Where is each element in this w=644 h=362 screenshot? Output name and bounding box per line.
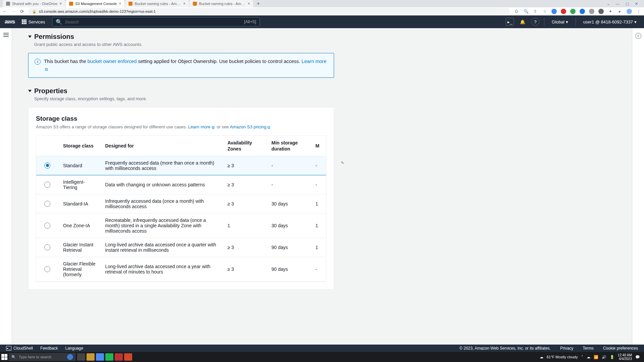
url-text: s3.console.aws.amazon.com/s3/upload/kk-d… [39, 9, 156, 13]
learn-more-link[interactable]: Learn more [188, 124, 215, 129]
spotify-icon[interactable] [105, 353, 113, 361]
user-label: user1 @ 8418-6092-7337 [583, 19, 633, 24]
search-box[interactable]: 🔍 [Alt+S] [52, 17, 260, 26]
bell-icon[interactable]: 🔔 [519, 18, 527, 26]
help-panel-toggle[interactable]: i [632, 28, 644, 345]
app-icon[interactable] [115, 353, 123, 361]
browser-tab[interactable]: Bucket naming rules - Amazon S...× [125, 0, 189, 7]
table-row[interactable]: Glacier Flexible Retrieval (formerlyLong… [36, 257, 326, 281]
search-input[interactable] [65, 19, 241, 24]
explorer-icon[interactable] [87, 353, 95, 361]
reload-button[interactable]: ⟳ [20, 9, 24, 14]
radio-button[interactable] [44, 266, 50, 272]
browser-tab[interactable]: Bucket naming rules - Amazon S...× [190, 0, 253, 7]
start-button[interactable] [1, 354, 7, 360]
close-icon[interactable]: ✕ [635, 2, 638, 6]
chevron-down-icon[interactable]: ⌄ [607, 2, 610, 6]
lock-icon: 🔒 [32, 10, 36, 13]
radio-button[interactable] [44, 244, 50, 250]
star-icon[interactable]: ☆ [542, 9, 547, 14]
share-icon[interactable]: ⇪ [533, 9, 538, 14]
maximize-icon[interactable]: ▢ [626, 2, 629, 6]
ext-icon[interactable] [570, 9, 576, 14]
caret-down-icon [28, 90, 32, 92]
table-row[interactable]: One Zone-IARecreatable, infrequently acc… [36, 213, 326, 238]
table-row[interactable]: Intelligent-TieringData with changing or… [36, 175, 326, 194]
table-row[interactable]: StandardFrequently accessed data (more t… [36, 156, 326, 175]
external-icon [212, 125, 216, 129]
table-header-row: Storage class Designed for Availability … [36, 136, 326, 156]
storage-class-desc: Frequently accessed data (more than once… [100, 156, 223, 175]
bucket-owner-enforced-link[interactable]: bucket owner enforced [88, 59, 137, 64]
close-icon[interactable]: × [248, 1, 250, 6]
ext-icon[interactable] [598, 9, 604, 14]
aws-footer: ▸_CloudShell Feedback Language © 2023, A… [0, 345, 644, 352]
ext-icon[interactable] [580, 9, 585, 14]
weather-icon[interactable]: ☁ [540, 355, 543, 359]
user-selector[interactable]: user1 @ 8418-6092-7337 ▾ [581, 19, 639, 24]
menu-icon[interactable]: ⋮ [636, 9, 641, 14]
search-icon[interactable]: 🔍 [523, 9, 529, 14]
close-icon[interactable]: × [59, 1, 62, 6]
close-icon[interactable]: × [119, 1, 121, 6]
storage-class-desc: Long-lived archive data accessed once a … [100, 257, 223, 281]
table-row[interactable]: Standard-IAInfrequently accessed data (o… [36, 194, 326, 213]
cloudshell-icon[interactable]: ▸_ [506, 18, 514, 26]
cookie-prefs-link[interactable]: Cookie preferences [603, 346, 638, 351]
taskbar-search[interactable]: 🔍Type here to search [9, 353, 76, 361]
storage-class-last: - [311, 156, 326, 175]
ext-icon[interactable] [551, 9, 557, 14]
storage-class-desc: Long-lived archive data accessed once a … [100, 238, 223, 257]
permissions-header[interactable]: Permissions [28, 33, 623, 41]
tab-title: Bucket naming rules - Amazon S... [199, 2, 246, 6]
radio-button[interactable] [44, 182, 50, 188]
google-icon[interactable]: G [514, 9, 519, 14]
window-controls: ⌄ — ▢ ✕ [607, 2, 644, 6]
storage-class-desc: Infrequently accessed data (once a month… [100, 194, 223, 213]
browser-tab[interactable]: Shared with you - OneDrive× [3, 0, 65, 7]
sidebar-toggle[interactable] [0, 28, 12, 345]
copyright-text: © 2023, Amazon Web Services, Inc. or its… [460, 346, 551, 351]
chrome-icon[interactable] [96, 353, 104, 361]
properties-header[interactable]: Properties [28, 87, 623, 95]
radio-button[interactable] [44, 201, 50, 207]
help-icon[interactable]: ? [531, 18, 539, 26]
radio-button[interactable] [44, 223, 50, 229]
onedrive-icon[interactable]: ☁ [587, 355, 590, 359]
privacy-link[interactable]: Privacy [560, 346, 573, 351]
language-link[interactable]: Language [65, 346, 83, 351]
bookmark-icon[interactable]: ▸ [617, 9, 623, 14]
tray-clock[interactable]: 12:40 AM4/4/2023 [618, 353, 632, 361]
puzzle-icon[interactable]: ✦ [608, 9, 613, 14]
battery-icon[interactable]: 🔋 [610, 355, 614, 359]
browser-tab[interactable]: S3 Management Console× [66, 0, 124, 7]
task-view-icon[interactable] [77, 353, 85, 361]
profile-icon[interactable] [627, 9, 632, 14]
alert-text-pre: This bucket has the [44, 59, 88, 64]
powerpoint-icon[interactable] [124, 353, 132, 361]
cloudshell-button[interactable]: ▸_CloudShell [6, 346, 33, 351]
ext-icon[interactable] [561, 9, 566, 14]
url-field[interactable]: 🔒 s3.console.aws.amazon.com/s3/upload/kk… [28, 8, 510, 15]
chevron-up-icon[interactable]: ˄ [581, 355, 583, 359]
wifi-icon[interactable]: 📶 [594, 355, 598, 359]
pricing-link[interactable]: Amazon S3 pricing [230, 124, 271, 129]
back-button[interactable]: ← [3, 9, 7, 14]
services-button[interactable]: Services [20, 18, 47, 26]
aws-logo[interactable]: aws [5, 18, 15, 25]
region-selector[interactable]: Global ▾ [549, 19, 571, 24]
terms-link[interactable]: Terms [583, 346, 594, 351]
feedback-link[interactable]: Feedback [40, 346, 58, 351]
storage-class-last: - [311, 257, 326, 281]
volume-icon[interactable]: 🔊 [602, 355, 606, 359]
radio-button[interactable] [44, 163, 50, 169]
notifications-icon[interactable]: 💬 [635, 355, 640, 359]
weather-text[interactable]: 61°F Mostly cloudy [547, 355, 578, 359]
new-tab-button[interactable]: + [254, 0, 262, 7]
permissions-title: Permissions [34, 33, 74, 41]
minimize-icon[interactable]: — [616, 2, 620, 6]
forward-button[interactable]: → [11, 9, 16, 14]
close-icon[interactable]: × [183, 1, 185, 6]
table-row[interactable]: Glacier Instant RetrievalLong-lived arch… [36, 238, 326, 257]
ext-icon[interactable] [589, 9, 594, 14]
